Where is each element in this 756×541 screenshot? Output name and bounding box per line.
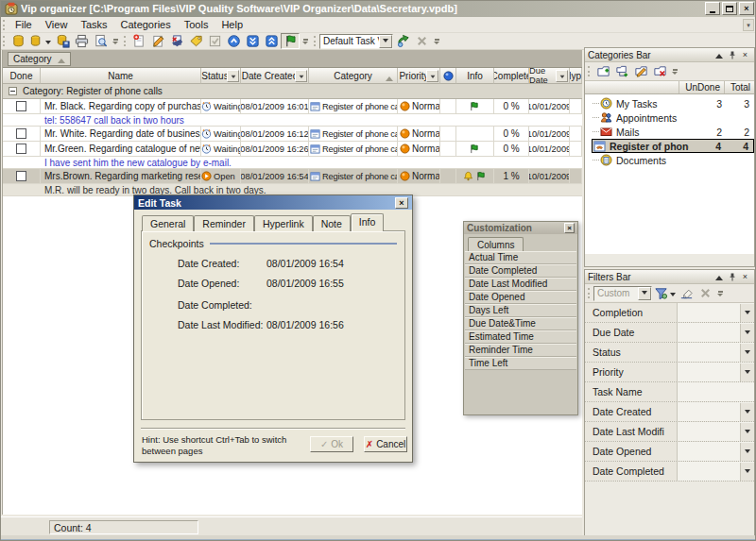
- task-row-selected[interactable]: Mrs.Brown. Regarding marketing research.…: [3, 169, 582, 184]
- dialog-close-button[interactable]: ×: [395, 197, 408, 209]
- column-item[interactable]: Days Left: [465, 304, 576, 317]
- apply-filter-button[interactable]: [652, 285, 677, 302]
- customization-close-button[interactable]: ×: [564, 223, 575, 233]
- category-tag-button[interactable]: [186, 33, 205, 49]
- move-up-button[interactable]: [262, 33, 281, 49]
- category-item-appointments[interactable]: Appointments: [585, 110, 754, 125]
- header-name[interactable]: Name: [41, 68, 201, 84]
- done-checkbox[interactable]: [16, 128, 26, 139]
- print-button[interactable]: [72, 33, 91, 49]
- column-item[interactable]: Due Date&Time: [465, 317, 576, 330]
- menu-categories[interactable]: Categories: [114, 18, 178, 31]
- header-priority[interactable]: Priority: [398, 68, 440, 84]
- menu-grip[interactable]: [3, 20, 6, 30]
- categories-close-button[interactable]: ×: [739, 49, 751, 60]
- tab-general[interactable]: General: [142, 215, 194, 231]
- status-filter-dropdown[interactable]: [740, 344, 754, 362]
- column-item[interactable]: Date Opened: [465, 291, 576, 304]
- task-row[interactable]: Mr.Green. Regarding catalogue of new Wai…: [3, 142, 582, 157]
- header-done[interactable]: Done: [3, 68, 41, 84]
- menu-tools[interactable]: Tools: [178, 18, 215, 31]
- toolbar-grip[interactable]: [3, 36, 6, 46]
- ok-button[interactable]: ✓Ok: [310, 436, 353, 452]
- tab-reminder[interactable]: Reminder: [194, 215, 254, 231]
- print-preview-button[interactable]: [91, 33, 110, 49]
- new-category-button[interactable]: [593, 63, 612, 80]
- category-item-my-tasks[interactable]: My Tasks 3 3: [585, 96, 754, 110]
- done-checkbox[interactable]: [16, 101, 26, 111]
- move-down-button[interactable]: [243, 33, 262, 49]
- categories-pin-button[interactable]: [726, 49, 738, 60]
- task-row[interactable]: Mr. White. Regarding date of business me…: [3, 127, 582, 142]
- completion-filter-dropdown[interactable]: [740, 304, 754, 322]
- minimize-button[interactable]: [705, 2, 720, 15]
- menu-help[interactable]: Help: [215, 18, 249, 31]
- date-last-modified-filter-dropdown[interactable]: [740, 423, 754, 441]
- date-created-filter-button[interactable]: [295, 70, 307, 82]
- due-date-filter-dropdown[interactable]: [740, 324, 754, 342]
- close-button[interactable]: ×: [739, 2, 754, 15]
- header-status[interactable]: Status: [201, 68, 241, 84]
- categories-collapse-button[interactable]: [713, 49, 725, 60]
- view-combobox-dropdown[interactable]: [379, 35, 392, 48]
- delete-category-button[interactable]: [650, 63, 669, 80]
- toolbar-overflow[interactable]: [433, 34, 440, 48]
- tab-info[interactable]: Info: [351, 213, 385, 231]
- column-item[interactable]: Time Left: [465, 357, 576, 370]
- filters-toolbar-overflow[interactable]: [716, 286, 724, 300]
- header-date-created[interactable]: Date Created: [241, 68, 309, 84]
- toolbar-overflow[interactable]: [112, 34, 119, 48]
- menu-tasks[interactable]: Tasks: [74, 18, 113, 31]
- delete-task-button[interactable]: [167, 33, 186, 49]
- clear-view-button[interactable]: [412, 33, 431, 49]
- filter-preset-combobox[interactable]: Custom: [593, 286, 652, 301]
- save-database-button[interactable]: [53, 33, 72, 49]
- header-complete[interactable]: Complete: [494, 68, 529, 84]
- new-subcategory-button[interactable]: [612, 63, 631, 80]
- header-info[interactable]: Info: [456, 68, 494, 84]
- column-item[interactable]: Estimated Time: [465, 330, 576, 344]
- menu-file[interactable]: File: [9, 18, 39, 31]
- tab-note[interactable]: Note: [313, 215, 351, 231]
- category-item-mails[interactable]: Mails 2 2: [585, 125, 754, 139]
- category-item-documents[interactable]: Documents: [585, 153, 754, 167]
- filters-close-button[interactable]: ×: [739, 271, 751, 282]
- flag-toggle-button[interactable]: [281, 33, 300, 49]
- collapse-group-icon[interactable]: [9, 87, 17, 95]
- group-row[interactable]: Category: Register of phone calls: [3, 84, 582, 99]
- menu-overflow-button[interactable]: ▾: [743, 19, 754, 31]
- toolbar-grip[interactable]: [124, 36, 127, 46]
- column-item[interactable]: Actual Time: [465, 251, 576, 264]
- toolbar-grip[interactable]: [314, 36, 317, 46]
- delete-filter-button[interactable]: [696, 285, 714, 302]
- group-by-field[interactable]: Category: [8, 52, 71, 66]
- done-checkbox[interactable]: [16, 171, 26, 181]
- clear-filter-button[interactable]: [677, 285, 696, 302]
- priority-up-button[interactable]: [224, 33, 243, 49]
- edit-task-button[interactable]: [148, 33, 167, 49]
- toolbar-overflow[interactable]: [301, 34, 309, 48]
- date-opened-filter-dropdown[interactable]: [740, 443, 754, 461]
- filters-collapse-button[interactable]: [713, 271, 725, 282]
- column-item[interactable]: Date Last Modified: [465, 278, 576, 291]
- tab-hyperlink[interactable]: Hyperlink: [254, 215, 313, 231]
- maximize-button[interactable]: [722, 2, 737, 15]
- date-completed-filter-dropdown[interactable]: [740, 463, 754, 481]
- date-created-filter-dropdown[interactable]: [740, 403, 754, 421]
- cancel-button[interactable]: ✗Cancel: [364, 436, 407, 452]
- backup-database-button[interactable]: [9, 33, 27, 49]
- menu-view[interactable]: View: [39, 18, 75, 31]
- columns-tab[interactable]: Columns: [468, 237, 524, 251]
- filter-preset-dropdown[interactable]: [638, 287, 651, 300]
- filters-toolbar-grip[interactable]: [588, 288, 591, 298]
- status-filter-button[interactable]: [227, 70, 239, 82]
- header-importance[interactable]: [440, 68, 456, 84]
- task-note-row[interactable]: tel: 558647 call back in two hours: [3, 114, 582, 127]
- header-due-date[interactable]: Due Date: [529, 68, 570, 84]
- total-column-header[interactable]: Total: [724, 81, 754, 93]
- new-task-button[interactable]: [129, 33, 148, 49]
- apply-view-button[interactable]: [393, 33, 412, 49]
- undone-column-header[interactable]: UnDone: [679, 81, 724, 93]
- header-category[interactable]: Category: [309, 68, 398, 84]
- edit-category-button[interactable]: [631, 63, 650, 80]
